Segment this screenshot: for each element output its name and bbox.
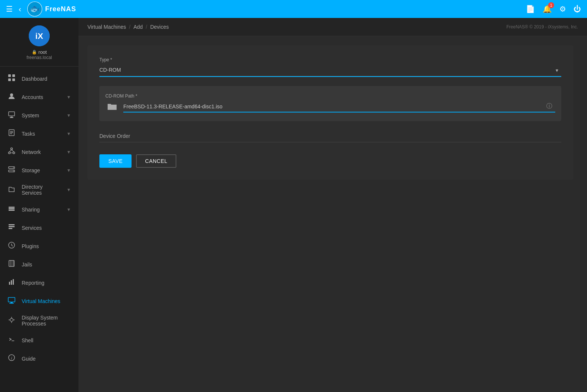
svg-rect-39 [13,279,14,285]
processes-icon [7,316,16,325]
sidebar-item-label: Accounts [22,94,61,100]
breadcrumb-sep-2: / [146,24,147,30]
directory-icon [7,185,16,195]
svg-rect-38 [11,280,12,285]
sidebar-item-label: Jails [22,262,71,268]
svg-rect-7 [12,78,15,81]
svg-rect-27 [9,208,15,209]
logo-icon: 🐟 [27,1,42,16]
cancel-button[interactable]: CANCEL [136,154,176,168]
shell-icon [7,336,16,345]
topbar: ☰ ‹ 🐟 FreeNAS 📄 🔔 1 ⚙ ⏻ [0,0,587,18]
sharing-icon [7,205,16,214]
breadcrumb: Virtual Machines / Add / Devices FreeNAS… [78,18,587,36]
notes-icon[interactable]: 📄 [526,4,535,13]
breadcrumb-virtual-machines[interactable]: Virtual Machines [87,24,126,30]
breadcrumb-add[interactable]: Add [133,24,143,30]
chevron-down-icon: ▼ [67,95,71,100]
profile-name: 🔒 root [32,49,47,55]
chevron-down-icon: ▼ [67,113,71,118]
reporting-icon [7,278,16,287]
sidebar-item-services[interactable]: Services [0,219,78,237]
svg-point-17 [9,152,10,154]
form-actions: SAVE CANCEL [99,154,561,168]
sidebar-item-network[interactable]: Network ▼ [0,143,78,161]
logo-text: FreeNAS [45,5,76,13]
sidebar: iX 🔒 root freenas.local Dashboard [0,18,78,392]
type-select[interactable]: CD-ROM Disk NIC VNC RAW [99,64,561,76]
back-icon[interactable]: ‹ [19,5,21,13]
sidebar-item-jails[interactable]: Jails [0,255,78,274]
sidebar-item-shell[interactable]: Shell [0,331,78,349]
svg-point-43 [10,318,13,321]
svg-text:iX: iX [35,31,43,41]
notifications-icon[interactable]: 🔔 1 [543,4,552,13]
help-icon[interactable]: ⓘ [546,102,552,110]
notification-badge: 1 [548,2,554,8]
power-icon[interactable]: ⏻ [574,5,581,13]
services-icon [7,223,16,232]
sidebar-item-accounts[interactable]: Accounts ▼ [0,88,78,106]
sidebar-item-label: Reporting [22,280,71,286]
sidebar-nav: Dashboard Accounts ▼ System ▼ [0,67,78,392]
svg-text:🐟: 🐟 [30,4,40,14]
sidebar-item-label: Virtual Machines [22,298,71,304]
svg-rect-40 [8,297,15,302]
chevron-down-icon: ▼ [67,131,71,136]
cdrom-input-wrapper: ⓘ [123,101,555,112]
system-icon [7,111,16,120]
sidebar-item-virtual-machines[interactable]: Virtual Machines [0,292,78,310]
sidebar-item-label: Sharing [22,207,61,213]
topbar-actions: 📄 🔔 1 ⚙ ⏻ [526,4,581,13]
sidebar-item-guide[interactable]: i Guide [0,349,78,368]
sidebar-item-label: Plugins [22,243,71,249]
lock-icon: 🔒 [32,50,37,55]
sidebar-item-label: Services [22,225,71,231]
sidebar-item-display-system-processes[interactable]: Display System Processes [0,310,78,331]
sidebar-item-dashboard[interactable]: Dashboard [0,70,78,88]
svg-line-20 [12,150,14,152]
svg-rect-9 [9,112,15,116]
plugins-icon [7,241,16,251]
svg-rect-11 [10,117,13,118]
svg-point-8 [10,93,13,96]
chevron-down-icon: ▼ [67,149,71,155]
sidebar-item-label: Dashboard [22,76,71,82]
vm-icon [7,296,16,306]
svg-rect-4 [8,74,11,77]
settings-icon[interactable]: ⚙ [559,4,566,13]
sidebar-item-reporting[interactable]: Reporting [0,274,78,292]
breadcrumb-sep-1: / [129,24,130,30]
type-select-wrapper: CD-ROM Disk NIC VNC RAW [99,64,561,76]
app-logo: 🐟 FreeNAS [27,1,76,16]
svg-text:i: i [11,356,12,360]
svg-point-18 [13,152,15,154]
cdrom-path-input[interactable] [123,101,555,112]
sidebar-item-plugins[interactable]: Plugins [0,237,78,255]
device-order-label: Device Order [99,130,561,142]
sidebar-item-storage[interactable]: Storage ▼ [0,161,78,179]
svg-rect-41 [10,302,13,303]
svg-rect-30 [9,226,15,227]
cdrom-path-section: CD-ROM Path * ⓘ [99,86,561,121]
svg-rect-5 [12,74,15,77]
sidebar-item-label: Display System Processes [22,315,71,327]
hamburger-menu-icon[interactable]: ☰ [6,4,13,13]
sidebar-item-directory-services[interactable]: Directory Services ▼ [0,179,78,200]
folder-browse-icon[interactable] [105,100,119,114]
guide-icon: i [7,354,16,363]
chevron-down-icon: ▼ [67,168,71,173]
sidebar-item-label: Shell [22,337,71,343]
sidebar-item-system[interactable]: System ▼ [0,106,78,124]
type-field-label: Type * [99,57,561,62]
cdrom-path-inner: ⓘ [105,100,555,114]
dashboard-icon [7,74,16,83]
save-button[interactable]: SAVE [99,154,132,168]
sidebar-item-label: Network [22,149,61,155]
sidebar-item-sharing[interactable]: Sharing ▼ [0,200,78,219]
svg-point-25 [13,171,14,172]
sidebar-profile: iX 🔒 root freenas.local [0,18,78,67]
copyright-text: FreeNAS® © 2019 - iXsystems, Inc. [506,24,578,30]
sidebar-item-tasks[interactable]: Tasks ▼ [0,124,78,143]
svg-rect-29 [9,224,15,225]
